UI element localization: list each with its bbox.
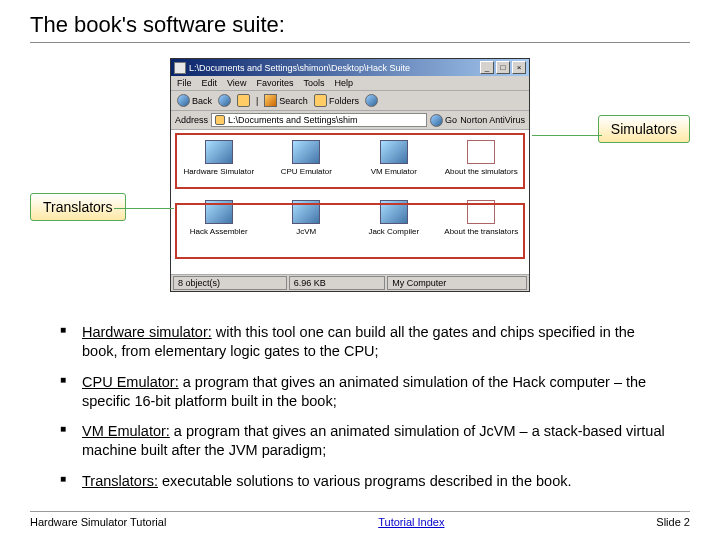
status-size: 6.96 KB <box>289 276 385 290</box>
app-icon <box>205 140 233 164</box>
row-simulators: Hardware Simulator CPU Emulator VM Emula… <box>175 136 525 196</box>
back-label: Back <box>192 96 212 106</box>
slide-title: The book's software suite: <box>30 12 690 43</box>
file-pane: Hardware Simulator CPU Emulator VM Emula… <box>171 130 529 274</box>
address-value: L:\Documents and Settings\shim <box>228 115 358 125</box>
row-translators: Hack Assembler JcVM Jack Compiler About … <box>175 196 525 256</box>
menu-view[interactable]: View <box>227 78 246 88</box>
back-icon <box>177 94 190 107</box>
item-label: About the translators <box>444 227 518 236</box>
bullet-text: executable solutions to various programs… <box>158 473 571 489</box>
folders-label: Folders <box>329 96 359 106</box>
bullet-vm: VM Emulator: a program that gives an ani… <box>60 422 670 460</box>
item-hardware-simulator[interactable]: Hardware Simulator <box>175 136 263 196</box>
bullet-cpu: CPU Emulator: a program that gives an an… <box>60 373 670 411</box>
callout-translators: Translators <box>30 193 126 221</box>
menu-favorites[interactable]: Favorites <box>256 78 293 88</box>
menu-file[interactable]: File <box>177 78 192 88</box>
bullet-list: Hardware simulator: with this tool one c… <box>30 323 690 491</box>
go-button[interactable]: Go <box>430 114 457 127</box>
status-bar: 8 object(s) 6.96 KB My Computer <box>171 274 529 291</box>
app-icon <box>292 140 320 164</box>
app-icon <box>292 200 320 224</box>
app-icon <box>380 140 408 164</box>
status-location: My Computer <box>387 276 527 290</box>
app-icon <box>205 200 233 224</box>
footer-left: Hardware Simulator Tutorial <box>30 516 166 528</box>
history-icon <box>365 94 378 107</box>
window-title: L:\Documents and Settings\shimon\Desktop… <box>189 63 478 73</box>
footer-link[interactable]: Tutorial Index <box>378 516 444 528</box>
item-about-translators[interactable]: About the translators <box>438 196 526 256</box>
bullet-text: a program that gives an animated simulat… <box>82 423 665 458</box>
item-jcvm[interactable]: JcVM <box>263 196 351 256</box>
item-label: JcVM <box>296 227 316 236</box>
item-about-simulators[interactable]: About the simulators <box>438 136 526 196</box>
app-icon <box>380 200 408 224</box>
explorer-window: L:\Documents and Settings\shimon\Desktop… <box>170 58 530 292</box>
maximize-button[interactable]: □ <box>496 61 510 74</box>
item-hack-assembler[interactable]: Hack Assembler <box>175 196 263 256</box>
norton-label[interactable]: Norton AntiVirus <box>460 115 525 125</box>
toolbar: Back | Search Folders <box>171 91 529 111</box>
menubar: File Edit View Favorites Tools Help <box>171 76 529 91</box>
item-cpu-emulator[interactable]: CPU Emulator <box>263 136 351 196</box>
callout-simulators: Simulators <box>598 115 690 143</box>
go-icon <box>430 114 443 127</box>
search-button[interactable]: Search <box>264 94 308 107</box>
address-bar: Address L:\Documents and Settings\shim G… <box>171 111 529 130</box>
minimize-button[interactable]: _ <box>480 61 494 74</box>
up-icon <box>237 94 250 107</box>
search-icon <box>264 94 277 107</box>
footer: Hardware Simulator Tutorial Tutorial Ind… <box>30 511 690 528</box>
forward-icon <box>218 94 231 107</box>
address-input[interactable]: L:\Documents and Settings\shim <box>211 113 427 127</box>
menu-tools[interactable]: Tools <box>303 78 324 88</box>
callout-line-translators <box>114 208 174 209</box>
go-label: Go <box>445 115 457 125</box>
close-button[interactable]: × <box>512 61 526 74</box>
help-icon <box>467 140 495 164</box>
help-icon <box>467 200 495 224</box>
item-vm-emulator[interactable]: VM Emulator <box>350 136 438 196</box>
search-label: Search <box>279 96 308 106</box>
history-button[interactable] <box>365 94 378 107</box>
item-label: CPU Emulator <box>281 167 332 176</box>
item-label: VM Emulator <box>371 167 417 176</box>
menu-help[interactable]: Help <box>334 78 353 88</box>
bullet-term: Translators: <box>82 473 158 489</box>
status-objects: 8 object(s) <box>173 276 287 290</box>
item-jack-compiler[interactable]: Jack Compiler <box>350 196 438 256</box>
bullet-translators: Translators: executable solutions to var… <box>60 472 670 491</box>
window-titlebar: L:\Documents and Settings\shimon\Desktop… <box>171 59 529 76</box>
item-label: Hack Assembler <box>190 227 248 236</box>
folder-icon <box>215 115 225 125</box>
bullet-hardware: Hardware simulator: with this tool one c… <box>60 323 670 361</box>
figure: L:\Documents and Settings\shimon\Desktop… <box>30 53 690 323</box>
item-label: Jack Compiler <box>368 227 419 236</box>
footer-right: Slide 2 <box>656 516 690 528</box>
address-label: Address <box>175 115 208 125</box>
folders-icon <box>314 94 327 107</box>
callout-line-simulators <box>532 135 602 136</box>
menu-edit[interactable]: Edit <box>202 78 218 88</box>
back-button[interactable]: Back <box>177 94 212 107</box>
bullet-term: CPU Emulator: <box>82 374 179 390</box>
forward-button[interactable] <box>218 94 231 107</box>
toolbar-sep: | <box>256 96 258 106</box>
up-button[interactable] <box>237 94 250 107</box>
folders-button[interactable]: Folders <box>314 94 359 107</box>
item-label: Hardware Simulator <box>183 167 254 176</box>
folder-icon <box>174 62 186 74</box>
bullet-term: VM Emulator: <box>82 423 170 439</box>
item-label: About the simulators <box>445 167 518 176</box>
bullet-term: Hardware simulator: <box>82 324 212 340</box>
